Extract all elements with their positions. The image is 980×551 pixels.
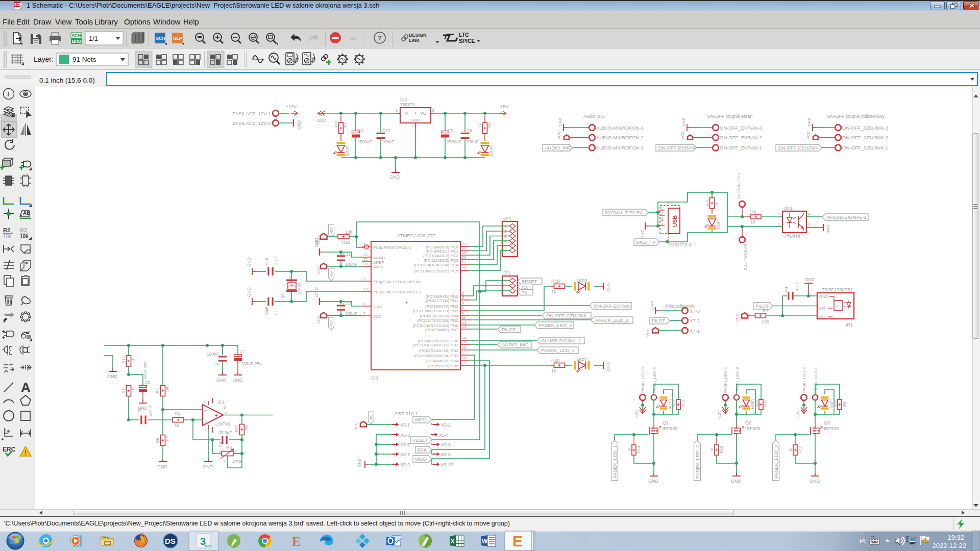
svg-text:C4: C4: [784, 287, 789, 292]
svg-text:MAX: MAX: [205, 544, 211, 547]
svg-text:1: 1: [289, 292, 291, 296]
svg-text:AUDIO_MIC: AUDIO_MIC: [545, 145, 572, 151]
svg-text:ZASILACZ_12V-1: ZASILACZ_12V-1: [232, 111, 271, 116]
svg-text:C2: C2: [137, 407, 142, 412]
svg-text:GND: GND: [826, 224, 830, 234]
svg-text:3: 3: [432, 108, 434, 113]
svg-text:X5-1: X5-1: [400, 422, 410, 428]
svg-text:1k: 1k: [714, 202, 719, 206]
svg-text:(PCI3/MOSI/OC2A) PB3: (PCI3/MOSI/OC2A) PB3: [414, 354, 459, 358]
svg-text:26: 26: [462, 255, 466, 260]
svg-text:C7: C7: [240, 349, 246, 354]
svg-text:8: 8: [211, 431, 214, 433]
svg-text:R19: R19: [551, 279, 560, 284]
svg-text:MOSI: MOSI: [415, 417, 427, 422]
svg-text:2500uF: 2500uF: [447, 139, 461, 144]
svg-text:3: 3: [661, 217, 663, 220]
svg-text:1: 1: [778, 212, 780, 216]
svg-text:100nF: 100nF: [466, 139, 478, 144]
svg-text:GND: GND: [681, 117, 686, 127]
svg-text:D57-010-1: D57-010-1: [395, 411, 418, 416]
svg-text:MISO: MISO: [415, 457, 427, 462]
svg-text:(PCI21/T1/OC0B) PD5: (PCI21/T1/OC0B) PD5: [417, 318, 458, 323]
svg-text:PASEK_LED_1: PASEK_LED_1: [541, 347, 574, 353]
svg-text:11: 11: [462, 315, 466, 320]
svg-text:PC6(/RESET/PCI14): PC6(/RESET/PCI14): [373, 245, 411, 250]
svg-text:+: +: [215, 413, 218, 418]
svg-text:X7-2: X7-2: [690, 318, 700, 323]
svg-text:X3: X3: [667, 201, 672, 205]
svg-text:X7-3: X7-3: [690, 308, 700, 314]
svg-text:Q3: Q3: [824, 420, 830, 425]
svg-text:(PCI11/ADC3) PC3: (PCI11/ADC3) PC3: [424, 258, 459, 263]
svg-text:GND: GND: [314, 287, 319, 297]
svg-text:GND: GND: [640, 230, 645, 239]
svg-text:OK1: OK1: [783, 206, 793, 211]
svg-text:GND: GND: [819, 294, 828, 299]
svg-text:RESET: RESET: [412, 438, 428, 443]
svg-text:10k: 10k: [165, 436, 169, 442]
svg-text:4: 4: [462, 301, 464, 306]
svg-text:ON-OFF_EKRAN-3: ON-OFF_EKRAN-3: [720, 125, 762, 131]
svg-text:C5: C5: [145, 380, 151, 385]
svg-text:VCC: VCC: [646, 328, 650, 337]
svg-text:19:32: 19:32: [947, 534, 964, 541]
svg-text:+5V: +5V: [500, 104, 508, 109]
svg-text:VCC: VCC: [680, 131, 685, 139]
svg-text:TX: TX: [522, 290, 528, 295]
svg-text:LED3: LED3: [489, 146, 494, 157]
svg-text:1k: 1k: [131, 358, 135, 362]
svg-text:27: 27: [462, 260, 466, 264]
svg-text:IN-USB-SIGNAL-1: IN-USB-SIGNAL-1: [826, 214, 867, 220]
svg-text:SCK: SCK: [418, 447, 427, 453]
svg-text:1: 1: [661, 207, 663, 210]
svg-text:GND: GND: [606, 283, 611, 292]
svg-text:R4: R4: [226, 445, 232, 450]
svg-text:5: 5: [224, 405, 226, 410]
svg-text:Q1: Q1: [663, 420, 669, 425]
svg-text:R1: R1: [763, 308, 769, 313]
svg-text:ON-OFF-CZUJNIK: ON-OFF-CZUJNIK: [778, 145, 819, 151]
svg-text:GND: GND: [157, 464, 168, 469]
svg-text:ON-OFF czujnik ekran: ON-OFF czujnik ekran: [707, 114, 753, 119]
svg-text:AUDIO-MIKROFON-1: AUDIO-MIKROFON-1: [596, 145, 644, 151]
svg-text:1/1: 1/1: [89, 35, 98, 42]
svg-text:3: 3: [808, 222, 810, 227]
svg-text:R2: R2: [750, 209, 756, 214]
svg-text:22: 22: [363, 253, 368, 257]
svg-text:9: 9: [363, 277, 365, 281]
svg-text:LED8: LED8: [716, 219, 721, 230]
svg-text:(PCI1/OC1A/OC1S) PB1: (PCI1/OC1A/OC1S) PB1: [413, 343, 459, 347]
svg-text:R2: R2: [3, 227, 10, 233]
svg-text:AUDIO-MIKROFON-2: AUDIO-MIKROFON-2: [596, 135, 644, 140]
svg-text:AUDIO_MIC: AUDIO_MIC: [502, 342, 529, 347]
svg-text:(PCI13/ADC5/SCL) PC5: (PCI13/ADC5/SCL) PC5: [414, 269, 458, 273]
svg-text:ON-OFF_CZUJNIK-3: ON-OFF_CZUJNIK-3: [842, 125, 888, 131]
svg-text:3: 3: [235, 450, 237, 454]
svg-text:GND: GND: [247, 287, 252, 297]
svg-text:10k: 10k: [165, 386, 169, 392]
svg-text:ON-OFF_EKRAN-2: ON-OFF_EKRAN-2: [720, 135, 762, 140]
svg-text:DS: DS: [165, 537, 176, 545]
svg-text:AVCC: AVCC: [373, 265, 384, 269]
svg-text:(PCI2/SS/OC1B) PB2: (PCI2/SS/OC1B) PB2: [419, 348, 459, 353]
svg-text:X5-9: X5-9: [400, 462, 410, 467]
svg-text:LED5: LED5: [577, 278, 587, 283]
svg-text:2: 2: [289, 276, 291, 279]
svg-text:X7-1: X7-1: [690, 328, 700, 334]
svg-text:7: 7: [363, 311, 365, 316]
svg-text:1: 1: [396, 108, 398, 113]
svg-text:VCC: VCC: [316, 315, 321, 324]
svg-text:PILOT: PILOT: [502, 327, 516, 332]
svg-text:+12V: +12V: [315, 118, 326, 123]
svg-text:R17: R17: [234, 425, 239, 432]
svg-text:TSOP1730TB1: TSOP1730TB1: [822, 287, 853, 292]
svg-text:2022-12-22: 2022-12-22: [933, 542, 967, 549]
svg-text:SYGNAL-Z-TV-5V: SYGNAL-Z-TV-5V: [605, 210, 642, 215]
svg-text:+: +: [405, 300, 408, 305]
svg-text:GND: GND: [233, 378, 242, 383]
svg-text:ON-OFF_EKRAN-1: ON-OFF_EKRAN-1: [720, 145, 762, 151]
svg-text:GND: GND: [650, 300, 654, 310]
svg-text:16MHz: 16MHz: [297, 283, 302, 295]
svg-text:X5-3: X5-3: [400, 433, 410, 438]
